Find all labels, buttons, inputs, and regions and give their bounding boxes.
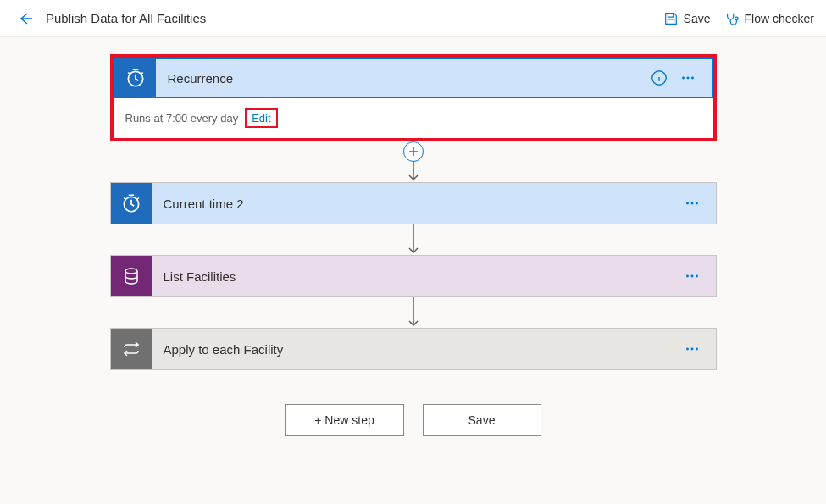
info-button[interactable] bbox=[647, 66, 671, 90]
back-button[interactable] bbox=[12, 5, 39, 32]
svg-point-4 bbox=[686, 77, 689, 80]
schedule-icon bbox=[111, 183, 152, 224]
svg-point-3 bbox=[682, 77, 685, 80]
edit-link[interactable]: Edit bbox=[245, 108, 277, 128]
arrow-down-icon bbox=[407, 297, 420, 328]
step-recurrence[interactable]: Recurrence Runs at 7:00 every day Edit bbox=[110, 54, 717, 141]
more-button[interactable] bbox=[680, 337, 704, 361]
loop-icon bbox=[111, 329, 152, 369]
stethoscope-icon bbox=[724, 11, 740, 26]
step-apply-each-title: Apply to each Facility bbox=[152, 342, 680, 357]
svg-point-12 bbox=[690, 275, 693, 278]
top-actions: Save Flow checker bbox=[663, 11, 814, 26]
step-apply-each-header[interactable]: Apply to each Facility bbox=[111, 329, 716, 369]
svg-point-16 bbox=[696, 348, 698, 351]
step-current-time[interactable]: Current time 2 bbox=[110, 182, 717, 224]
svg-point-5 bbox=[691, 77, 694, 80]
step-recurrence-title: Recurrence bbox=[156, 71, 647, 86]
flow-canvas: Recurrence Runs at 7:00 every day Edit bbox=[0, 37, 826, 436]
top-bar: Publish Data for All Facilities Save Flo… bbox=[0, 0, 826, 37]
step-recurrence-header[interactable]: Recurrence bbox=[114, 58, 713, 98]
info-icon bbox=[650, 69, 668, 87]
save-top-button[interactable]: Save bbox=[663, 11, 711, 26]
more-button[interactable] bbox=[680, 191, 704, 215]
new-step-button[interactable]: + New step bbox=[285, 404, 404, 436]
connector bbox=[407, 297, 420, 328]
save-top-label: Save bbox=[684, 12, 711, 25]
ellipsis-icon bbox=[683, 267, 701, 285]
add-step-button[interactable] bbox=[403, 141, 424, 162]
connector bbox=[407, 224, 420, 255]
step-list-facilities[interactable]: List Facilities bbox=[110, 255, 717, 297]
flow-checker-label: Flow checker bbox=[745, 12, 814, 25]
page-title: Publish Data for All Facilities bbox=[46, 11, 206, 25]
more-button[interactable] bbox=[676, 66, 700, 90]
schedule-icon bbox=[115, 58, 156, 98]
plus-icon bbox=[407, 146, 419, 158]
flow-column: Recurrence Runs at 7:00 every day Edit bbox=[110, 54, 717, 436]
svg-point-10 bbox=[125, 269, 137, 274]
ellipsis-icon bbox=[683, 340, 701, 358]
step-list-facilities-title: List Facilities bbox=[152, 269, 680, 284]
connector-plus bbox=[403, 141, 424, 182]
svg-point-9 bbox=[696, 202, 698, 205]
step-current-time-title: Current time 2 bbox=[152, 197, 680, 211]
save-bottom-button[interactable]: Save bbox=[423, 404, 541, 436]
svg-point-14 bbox=[686, 348, 689, 351]
save-icon bbox=[663, 11, 679, 26]
recurrence-description: Runs at 7:00 every day bbox=[125, 112, 239, 125]
arrow-left-icon bbox=[17, 10, 34, 27]
svg-point-15 bbox=[690, 348, 693, 351]
svg-point-7 bbox=[686, 202, 689, 205]
step-list-facilities-header[interactable]: List Facilities bbox=[111, 256, 716, 296]
svg-point-13 bbox=[696, 275, 698, 278]
flow-checker-button[interactable]: Flow checker bbox=[724, 11, 814, 26]
bottom-actions: + New step Save bbox=[285, 404, 541, 436]
ellipsis-icon bbox=[683, 194, 701, 213]
svg-point-0 bbox=[735, 17, 738, 20]
step-recurrence-body: Runs at 7:00 every day Edit bbox=[114, 98, 713, 138]
more-button[interactable] bbox=[680, 264, 704, 288]
arrow-down-icon bbox=[407, 224, 420, 255]
step-apply-each[interactable]: Apply to each Facility bbox=[110, 328, 717, 370]
svg-point-11 bbox=[686, 275, 689, 278]
svg-point-8 bbox=[690, 202, 693, 205]
step-current-time-header[interactable]: Current time 2 bbox=[111, 183, 716, 224]
ellipsis-icon bbox=[679, 69, 697, 87]
arrow-down-icon bbox=[407, 162, 420, 182]
database-icon bbox=[111, 256, 152, 296]
